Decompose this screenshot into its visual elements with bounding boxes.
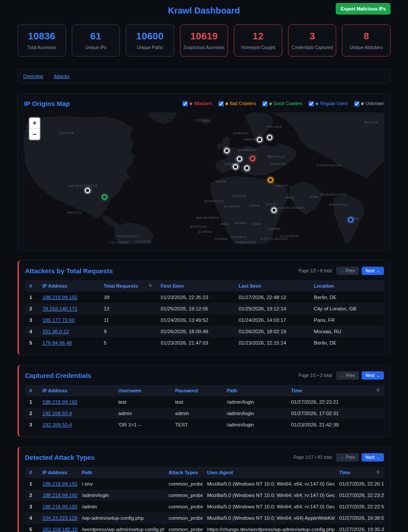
stat-label: Unique IPs: [74, 45, 118, 50]
legend-item[interactable]: Good Crawlers: [262, 101, 303, 106]
map-marker-unknown[interactable]: [267, 135, 273, 141]
sort-icon[interactable]: ⇅: [148, 283, 152, 288]
col-header-time[interactable]: Time⇅: [287, 385, 384, 396]
ip-link[interactable]: 188.218.99.192: [42, 504, 77, 509]
credential-row[interactable]: 1 188.218.99.192 test test /admin/login …: [25, 396, 384, 408]
cell-path: /wp-admin/setup-config.php: [77, 512, 164, 524]
ip-link[interactable]: 176.84.96.48: [42, 340, 72, 345]
cell-first-seen: 01/23/2026, 21:47:03: [156, 337, 234, 349]
cell-num: 2: [25, 490, 38, 501]
zoom-out-button[interactable]: −: [29, 129, 40, 140]
attacker-row[interactable]: 1 188.218.99.192 39 01/23/2026, 22:35:23…: [25, 292, 384, 303]
stat-label: Unique Attackers: [344, 45, 388, 50]
tab-attacks[interactable]: Attacks: [54, 74, 70, 79]
export-malicious-ips-button[interactable]: Export Malicious IPs: [336, 3, 390, 14]
legend-item[interactable]: Regular Users: [309, 101, 348, 106]
legend-item[interactable]: Attackers: [183, 101, 212, 106]
map-marker-unknown[interactable]: [257, 137, 262, 143]
attack-types-title: Detected Attack Types: [25, 454, 95, 461]
cell-time: 01/27/2026, 22:26:11: [335, 478, 384, 490]
attacker-row[interactable]: 2 78.153.140.171 12 01/25/2026, 19:12:05…: [25, 303, 384, 314]
map-marker-unknown[interactable]: [224, 148, 229, 154]
map-marker-unknown[interactable]: [271, 207, 277, 213]
stat-label: Honeypot Caught: [236, 45, 280, 50]
attack-row[interactable]: 5 162.158.182.104 /wordpress/wp-admin/se…: [25, 524, 384, 532]
cell-ip: 188.218.99.192: [38, 478, 77, 490]
legend-dot-icon: [190, 102, 192, 105]
page-title: Krawl Dashboard: [18, 6, 390, 16]
map-zoom-control: + −: [28, 117, 41, 141]
ip-link[interactable]: 151.36.0.12: [42, 329, 69, 334]
attack-row[interactable]: 2 188.218.99.192 /admin/login common_pro…: [25, 490, 384, 501]
attacker-row[interactable]: 4 151.36.0.12 9 01/26/2026, 18:00:49 01/…: [25, 326, 384, 337]
cell-total-requests: 9: [99, 326, 156, 337]
cell-ip: 78.153.140.171: [38, 303, 99, 314]
legend-checkbox[interactable]: [309, 101, 314, 106]
map-legend: Attackers Bad Crawlers Good Crawlers: [183, 101, 384, 106]
next-button[interactable]: Next →: [362, 267, 384, 275]
attack-row[interactable]: 4 104.23.223.128 /wp-admin/setup-config.…: [25, 512, 384, 524]
col-header-time-label: Time: [339, 470, 350, 475]
ip-link[interactable]: 185.177.72.60: [42, 317, 75, 323]
cell-first-seen: 01/24/2026, 13:49:52: [156, 314, 234, 326]
col-header-time[interactable]: Time⇅: [335, 467, 384, 478]
cell-attack-types: common_probes: [164, 501, 203, 512]
cell-attack-types: common_probes: [164, 512, 203, 524]
ip-link[interactable]: 188.218.99.192: [42, 295, 77, 300]
legend-dot-icon: [225, 102, 228, 105]
legend-item[interactable]: Unknown: [354, 101, 384, 106]
ip-link[interactable]: 192.168.50.4: [42, 411, 72, 416]
attacker-row[interactable]: 5 176.84.96.48 5 01/23/2026, 21:47:03 01…: [25, 337, 384, 349]
ip-link[interactable]: 104.23.223.128: [42, 515, 77, 521]
attackers-header-row: # IP Address Total Requests⇅ First Seen …: [25, 280, 384, 292]
world-map[interactable]: ICELANDCANADAUNITED STATESMEXICORUSSIANO…: [24, 113, 384, 244]
ip-link[interactable]: 78.153.140.171: [42, 306, 77, 311]
tab-overview[interactable]: Overview: [23, 74, 43, 79]
credential-row[interactable]: 2 192.168.50.4 admin admin /admin/login …: [25, 408, 384, 419]
attackers-panel: Attackers by Total Requests Page 1/2 • 8…: [18, 260, 390, 355]
legend-checkbox[interactable]: [183, 101, 188, 106]
ip-link[interactable]: 188.218.99.192: [42, 399, 77, 405]
map-marker-good-crawler[interactable]: [102, 194, 108, 200]
attack-row[interactable]: 1 188.218.99.192 /.env common_probes Moz…: [25, 478, 384, 490]
credentials-pager: Page 1/1 • 3 total ← Prev Next →: [299, 371, 384, 380]
next-button[interactable]: Next →: [362, 453, 384, 462]
legend-checkbox[interactable]: [218, 101, 224, 106]
map-panel-head: IP Origins Map Attackers Bad Crawlers: [24, 100, 384, 107]
map-marker-unknown[interactable]: [233, 164, 239, 169]
ip-link[interactable]: 162.158.182.104: [42, 527, 77, 532]
credential-row[interactable]: 3 192.168.50.4 'OR 1=1 -- TEST /admin/lo…: [25, 419, 384, 430]
map-marker-attacker[interactable]: [250, 156, 255, 162]
attacker-row[interactable]: 3 185.177.72.60 11 01/24/2026, 13:49:52 …: [25, 314, 384, 326]
sort-icon[interactable]: ⇅: [376, 470, 380, 474]
attack-row[interactable]: 3 188.218.99.192 /admin common_probes Mo…: [25, 501, 384, 512]
credentials-panel-head: Captured Credentials Page 1/1 • 3 total …: [25, 371, 384, 380]
legend-item[interactable]: Bad Crawlers: [218, 101, 256, 106]
ip-link[interactable]: 188.218.99.192: [42, 493, 77, 498]
stat-value: 10836: [20, 31, 64, 42]
legend-checkbox[interactable]: [262, 101, 267, 106]
sort-icon[interactable]: ⇅: [376, 388, 380, 392]
map-marker-bad-crawler[interactable]: [268, 177, 274, 183]
prev-button[interactable]: ← Prev: [336, 453, 359, 462]
zoom-in-button[interactable]: +: [29, 118, 40, 129]
next-button[interactable]: Next →: [362, 371, 384, 380]
ip-link[interactable]: 192.168.50.4: [42, 422, 72, 427]
stat-value: 8: [344, 31, 388, 42]
map-marker-regular-user[interactable]: [348, 217, 354, 223]
col-header-total-requests[interactable]: Total Requests⇅: [99, 280, 156, 292]
ip-link[interactable]: 188.218.99.192: [42, 481, 77, 486]
map-marker-unknown[interactable]: [237, 156, 243, 162]
cell-ip: 188.218.99.192: [38, 396, 114, 408]
map-marker-unknown[interactable]: [244, 165, 250, 171]
map-marker-unknown[interactable]: [84, 187, 90, 193]
cell-last-seen: 01/23/2026, 22:15:14: [234, 337, 310, 349]
cell-num: 2: [25, 303, 38, 314]
prev-button[interactable]: ← Prev: [336, 371, 359, 380]
col-header-location: Location: [310, 280, 384, 292]
cell-total-requests: 39: [99, 292, 156, 303]
legend-checkbox[interactable]: [354, 101, 359, 106]
prev-button[interactable]: ← Prev: [336, 267, 359, 275]
cell-path: /.env: [77, 478, 164, 490]
cell-password: TEST: [171, 419, 222, 430]
